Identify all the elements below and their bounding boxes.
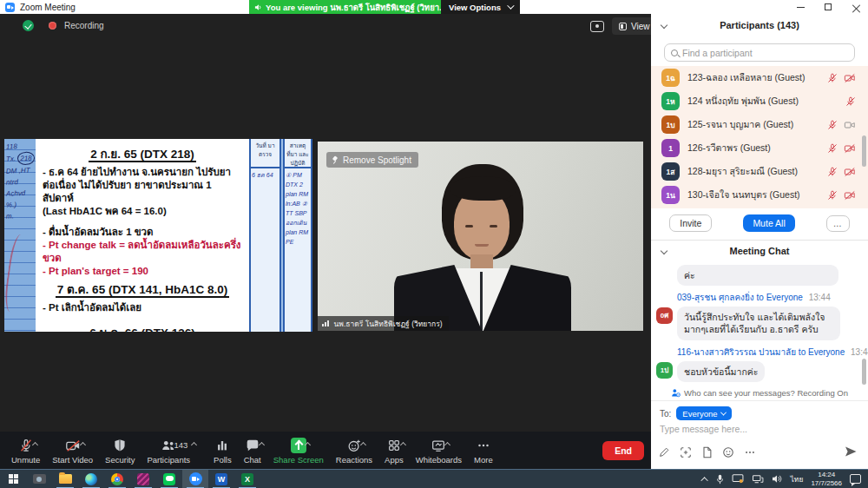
- start-button[interactable]: [0, 470, 26, 488]
- security-button[interactable]: Security: [99, 432, 141, 469]
- participant-row[interactable]: 1น 130-เจือใจ นนทบุตร (Guest): [651, 183, 868, 207]
- camera-off-icon: [64, 437, 82, 454]
- participant-search[interactable]: [664, 43, 855, 62]
- input-more-icon[interactable]: [744, 446, 756, 458]
- taskbar-file-explorer[interactable]: [52, 470, 78, 488]
- presenter-name-label: นพ.ธาดรี โนสิทธิพิเชฏฐ์ (วิทยากร): [318, 316, 449, 331]
- maximize-button[interactable]: [816, 0, 840, 14]
- chevron-down-icon: [720, 409, 727, 415]
- invite-button[interactable]: Invite: [669, 214, 712, 232]
- chrome-browser-icon: [111, 473, 123, 485]
- chat-recipient[interactable]: Everyone: [766, 293, 803, 302]
- chat-scrollbar[interactable]: [862, 359, 866, 385]
- screenshot-icon[interactable]: [680, 446, 692, 458]
- collapse-chat-icon[interactable]: [661, 247, 667, 254]
- view-options-button[interactable]: View Options: [441, 0, 520, 14]
- windows-logo-icon: [9, 474, 18, 484]
- avatar: 1ป: [656, 362, 673, 379]
- tray-network-icon[interactable]: [752, 472, 764, 487]
- pin-icon: [332, 156, 339, 163]
- chat-message-input[interactable]: [660, 424, 859, 434]
- chat-message-header: 039-สุรชน ศุกลคงยิ่ง to Everyone 13:44: [677, 291, 868, 304]
- avatar: 0ศ: [656, 307, 673, 324]
- participants-button[interactable]: 143 Participants: [141, 432, 207, 469]
- remove-spotlight-button[interactable]: Remove Spotlight: [326, 152, 418, 168]
- participant-name: 124 หนึ่งฤทัย พุ่มพัน (Guest): [687, 94, 845, 109]
- participants-scrollbar[interactable]: [862, 135, 866, 167]
- chat-sender[interactable]: 116-นางสาวศิริวรรณ ปวนมาลัย: [677, 347, 796, 357]
- zoom-app-icon: [189, 472, 202, 485]
- emoji-icon[interactable]: [722, 446, 734, 458]
- participants-icon: 143: [160, 437, 177, 454]
- video-off-icon: [844, 143, 856, 154]
- taskbar-excel[interactable]: X: [234, 470, 260, 488]
- mute-all-button[interactable]: Mute All: [743, 214, 794, 232]
- format-pen-icon[interactable]: [658, 446, 670, 458]
- participant-name: 125-รจนา บุญมาค (Guest): [687, 117, 827, 132]
- window-title: Zoom Meeting: [20, 3, 76, 12]
- polls-button[interactable]: Polls: [207, 432, 238, 469]
- chevron-up-icon[interactable]: [191, 441, 197, 447]
- participant-row[interactable]: 1 126-รวีตาพร (Guest): [651, 136, 868, 160]
- excel-icon: X: [241, 473, 253, 485]
- note-line: - Pt เลิกน้ำอัดลมได้เลย: [43, 301, 242, 314]
- chat-button[interactable]: Chat: [238, 432, 267, 469]
- video-off-icon: [844, 190, 856, 201]
- tray-clock[interactable]: 14:24 17/7/2566: [811, 471, 842, 488]
- apps-button[interactable]: Apps: [378, 432, 410, 469]
- collapse-participants-icon[interactable]: [661, 22, 667, 29]
- presenter-video-tile: Remove Spotlight นพ.ธาดรี โนสิทธิพิเชฏฐ์…: [318, 142, 643, 331]
- handwritten-cell: ① PM DTX 2 plan RM ln:AB ② TT SBP ออกเดิ…: [285, 168, 311, 248]
- participant-row[interactable]: 1บ 125-รจนา บุญมาค (Guest): [651, 113, 868, 136]
- participant-row[interactable]: 1ห 124 หนึ่งฤทัย พุ่มพัน (Guest): [651, 89, 868, 113]
- reactions-smiley-icon: [346, 437, 362, 454]
- participants-more-button[interactable]: …: [826, 215, 850, 232]
- chat-recipient[interactable]: Everyone: [808, 347, 845, 357]
- shield-icon: [112, 437, 128, 454]
- tray-mic-icon[interactable]: [716, 474, 724, 485]
- chat-time: 13:44: [809, 293, 831, 302]
- tray-language-indicator[interactable]: ไทย: [791, 473, 804, 485]
- taskbar-camera-app[interactable]: [26, 470, 52, 488]
- tray-volume-icon[interactable]: [772, 472, 783, 487]
- end-meeting-button[interactable]: End: [602, 441, 644, 460]
- whiteboards-button[interactable]: Whiteboards: [410, 432, 468, 469]
- unmute-button[interactable]: Unmute: [5, 432, 46, 469]
- avatar: 1ส: [661, 162, 680, 181]
- close-button[interactable]: [844, 0, 868, 14]
- apps-icon: [386, 437, 402, 454]
- taskbar-chrome[interactable]: [104, 470, 130, 488]
- notification-center-icon[interactable]: [850, 474, 861, 484]
- tray-expand-icon[interactable]: [700, 477, 707, 484]
- taskbar-zoom-app[interactable]: [182, 470, 208, 488]
- search-input[interactable]: [682, 48, 848, 58]
- share-screen-button[interactable]: Share Screen: [267, 432, 330, 469]
- taskbar-purple-app[interactable]: [130, 470, 156, 488]
- more-button[interactable]: More: [468, 432, 499, 469]
- chat-time: 13:44: [851, 347, 868, 357]
- participant-row[interactable]: 1ส 128-มยุรา สุริยะมณี (Guest): [651, 160, 868, 183]
- chevron-up-icon[interactable]: [444, 441, 450, 447]
- minimize-button[interactable]: [788, 0, 812, 14]
- tray-time: 14:24: [811, 471, 842, 479]
- meeting-info-shield-icon[interactable]: [23, 20, 34, 31]
- reactions-button[interactable]: Reactions: [330, 432, 378, 469]
- file-icon[interactable]: [701, 446, 713, 458]
- taskbar-word[interactable]: W: [208, 470, 234, 488]
- taskbar-edge[interactable]: [78, 470, 104, 488]
- layout-grid-icon: [619, 23, 627, 30]
- send-message-icon[interactable]: [844, 445, 858, 458]
- taskbar-line-app[interactable]: [156, 470, 182, 488]
- privacy-person-icon: [671, 388, 681, 398]
- chat-sender[interactable]: 039-สุรชน ศุกลคงยิ่ง: [677, 293, 754, 302]
- purple-app-icon: [137, 473, 149, 485]
- video-off-icon: [844, 167, 856, 177]
- broadcast-icon[interactable]: [590, 21, 604, 32]
- medical-record-table: วันที่ มาตรวจ 6 ธค 64 สาเหตุที่มา และปฏิ…: [249, 139, 312, 332]
- tray-display-icon[interactable]: [732, 472, 744, 487]
- participant-row[interactable]: 1ฉ 123-ฉลอง เหลือหลาย (Guest): [651, 66, 868, 89]
- view-button[interactable]: View: [612, 17, 657, 35]
- start-video-button[interactable]: Start Video: [46, 432, 99, 469]
- chevron-up-icon[interactable]: [360, 441, 366, 447]
- recipient-selector[interactable]: Everyone: [676, 406, 732, 420]
